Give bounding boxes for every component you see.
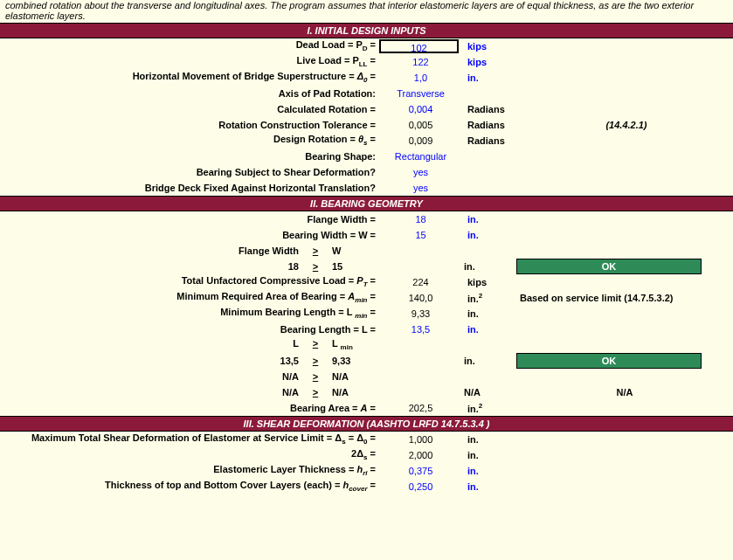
row-cover-thickness: Thickness of top and Bottom Cover Layers… bbox=[0, 479, 733, 494]
row-flange-cmp-sym: Flange Width>W bbox=[0, 243, 733, 259]
row-length-cmp-num: 13,5>9,33 in. OK bbox=[0, 353, 733, 369]
row-bearing-length: Bearing Length = L = 13,5 in. bbox=[0, 321, 733, 337]
row-flange-width: Flange Width = 18 in. bbox=[0, 211, 733, 227]
row-length-cmp-sym: L>L min bbox=[0, 337, 733, 353]
row-deck-fixed-q: Bridge Deck Fixed Against Horizontal Tra… bbox=[0, 180, 733, 196]
row-na-2: N/A>N/A N/A N/A bbox=[0, 384, 733, 400]
row-horiz-movement: Horizontal Movement of Bridge Superstruc… bbox=[0, 70, 733, 86]
row-flange-cmp-num: 18>15 in. OK bbox=[0, 259, 733, 274]
row-bearing-area: Bearing Area = A = 202,5 in.2 bbox=[0, 400, 733, 416]
section-2-header: II. BEARING GEOMETRY bbox=[0, 196, 733, 211]
live-load-value: 122 bbox=[379, 57, 462, 67]
row-design-rotation: Design Rotation = θs = 0,009 Radians bbox=[0, 133, 733, 149]
row-max-shear: Maximum Total Shear Deformation of Elast… bbox=[0, 432, 733, 447]
row-bearing-shape: Bearing Shape: Rectangular bbox=[0, 149, 733, 164]
row-calc-rotation: Calculated Rotation = 0,004 Radians bbox=[0, 101, 733, 117]
row-shear-deform-q: Bearing Subject to Shear Deformation? ye… bbox=[0, 164, 733, 180]
row-min-length: Minimum Bearing Length = L min = 9,33 in… bbox=[0, 306, 733, 321]
row-2delta: 2Δs = 2,000 in. bbox=[0, 447, 733, 463]
dead-load-input[interactable]: 102 bbox=[379, 39, 459, 53]
row-na-1: N/A>N/A bbox=[0, 369, 733, 384]
row-total-load: Total Unfactored Compressive Load = PT =… bbox=[0, 274, 733, 290]
section-1-header: I. INITIAL DESIGN INPUTS bbox=[0, 23, 733, 38]
row-bearing-width: Bearing Width = W = 15 in. bbox=[0, 227, 733, 243]
ok-badge-flange: OK bbox=[516, 259, 702, 274]
row-dead-load: Dead Load = PD = 102 kips bbox=[0, 38, 733, 54]
row-live-load: Live Load = PLL = 122 kips bbox=[0, 54, 733, 70]
row-layer-thickness: Elastomeric Layer Thickness = hri = 0,37… bbox=[0, 463, 733, 479]
section-3-header: III. SHEAR DEFORMATION (AASHTO LRFD 14.7… bbox=[0, 416, 733, 432]
row-const-tolerance: Rotation Construction Tolerance = 0,005 … bbox=[0, 117, 733, 133]
row-axis-rotation: Axis of Pad Rotation: Transverse bbox=[0, 86, 733, 101]
row-min-area: Minimum Required Area of Bearing = Amin … bbox=[0, 290, 733, 306]
ok-badge-length: OK bbox=[516, 353, 702, 369]
intro-text: combined rotation about the transverse a… bbox=[0, 0, 733, 23]
